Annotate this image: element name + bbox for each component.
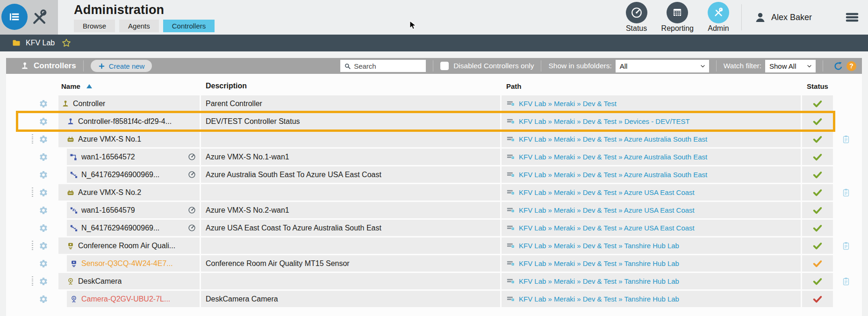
nav-admin[interactable]: Admin <box>708 2 729 33</box>
controller-name[interactable]: Conference Room Air Quali... <box>78 242 175 250</box>
search-input[interactable] <box>354 62 422 70</box>
controller-name[interactable]: Controller-f8581f4c-df29-4... <box>78 117 172 126</box>
path-link[interactable]: KFV Lab » Meraki » Dev & Test » Azure Au… <box>519 135 707 143</box>
tab-browse[interactable]: Browse <box>74 20 115 32</box>
page-title: Administration <box>74 3 215 17</box>
path-icon <box>506 277 515 286</box>
app-logo[interactable] <box>1 4 28 30</box>
nav-reporting[interactable]: Reporting <box>661 2 694 33</box>
column-header-status[interactable]: Status <box>807 82 828 90</box>
gear-icon[interactable] <box>39 170 48 180</box>
path-link[interactable]: KFV Lab » Meraki » Dev & Test » Tanshire… <box>519 277 679 285</box>
status-check-icon <box>812 223 823 233</box>
gear-icon[interactable] <box>39 117 48 126</box>
disabled-only-label: Disabled Controllers only <box>453 62 534 70</box>
breadcrumb-label[interactable]: KFV Lab <box>26 39 55 47</box>
controller-name[interactable]: Controller <box>73 100 105 108</box>
controller-name[interactable]: wan1-16564572 <box>81 153 135 161</box>
column-header-path[interactable]: Path <box>506 82 522 90</box>
drag-handle[interactable] <box>32 241 33 251</box>
path-link[interactable]: KFV Lab » Meraki » Dev & Test » Azure Au… <box>519 171 707 179</box>
clipboard-icon[interactable] <box>841 277 851 286</box>
path-link[interactable]: KFV Lab » Meraki » Dev & Test » Azure US… <box>519 224 695 232</box>
path-link[interactable]: KFV Lab » Meraki » Dev & Test » Azure US… <box>519 188 695 196</box>
gear-icon[interactable] <box>39 259 48 268</box>
joystick-icon <box>20 61 29 71</box>
gear-icon[interactable] <box>39 99 48 108</box>
drag-handle[interactable] <box>32 276 33 287</box>
tab-controllers[interactable]: Controllers <box>163 20 215 32</box>
gear-icon[interactable] <box>39 135 48 144</box>
user-menu[interactable]: Alex Baker <box>754 11 812 24</box>
gear-icon[interactable] <box>39 188 48 197</box>
path-link[interactable]: KFV Lab » Meraki » Dev & Test » Azure US… <box>519 206 695 214</box>
path-icon <box>506 152 515 161</box>
watch-filter-select[interactable]: Show All <box>765 60 816 72</box>
gauge-icon <box>631 7 643 19</box>
toolbar-divider <box>83 60 84 72</box>
section-tabs: BrowseAgentsControllers <box>74 20 215 32</box>
path-link[interactable]: KFV Lab » Meraki » Dev & Test <box>519 100 617 108</box>
controller-name[interactable]: Azure VMX-S No.1 <box>78 135 141 144</box>
path-icon <box>506 294 515 303</box>
controller-description: Azure VMX-S No.1-wan1 <box>206 153 289 161</box>
robot-icon <box>66 135 75 144</box>
drag-handle[interactable] <box>32 187 33 198</box>
controller-name[interactable]: N_641762946900969... <box>81 224 159 232</box>
help-button[interactable]: ? <box>846 61 856 71</box>
clipboard-icon[interactable] <box>841 188 851 197</box>
disabled-only-checkbox[interactable] <box>440 62 449 70</box>
tab-agents[interactable]: Agents <box>119 20 159 32</box>
refresh-button[interactable] <box>833 61 844 72</box>
sensor-icon <box>70 259 78 268</box>
controller-name[interactable]: Azure VMX-S No.2 <box>78 188 141 197</box>
watch-filter-label: Watch filter: <box>724 62 761 70</box>
path-icon <box>506 223 515 232</box>
search-box[interactable] <box>340 60 426 72</box>
gear-icon[interactable] <box>39 277 48 286</box>
controller-description: Azure VMX-S No.2-wan1 <box>206 206 289 215</box>
clipboard-icon[interactable] <box>841 241 851 251</box>
table-row: Camera-Q2GV-UBU2-7L...DeskCamera CameraK… <box>18 291 862 307</box>
column-header-description[interactable]: Description <box>206 82 247 90</box>
controller-name[interactable]: N_641762946900969... <box>81 171 159 179</box>
favorite-star-icon[interactable] <box>61 38 72 48</box>
path-icon <box>506 188 515 197</box>
camera-icon <box>70 295 78 303</box>
status-check-icon <box>812 152 823 162</box>
path-link[interactable]: KFV Lab » Meraki » Dev & Test » Devices … <box>519 117 690 125</box>
nav-label: Admin <box>708 24 729 33</box>
controller-name[interactable]: Sensor-Q3CQ-4W24-4E7... <box>81 259 173 268</box>
column-header-name[interactable]: Name <box>61 82 80 90</box>
status-check-icon <box>812 294 823 304</box>
status-check-icon <box>812 241 823 251</box>
section-label: Controllers <box>34 61 76 71</box>
controller-name[interactable]: DeskCamera <box>78 277 122 286</box>
gear-icon[interactable] <box>39 223 48 233</box>
path-link[interactable]: KFV Lab » Meraki » Dev & Test » Tanshire… <box>519 242 679 250</box>
path-link[interactable]: KFV Lab » Meraki » Dev & Test » Tanshire… <box>519 259 679 267</box>
gear-icon[interactable] <box>39 152 48 162</box>
toolbar-divider <box>433 60 433 72</box>
create-new-button[interactable]: Create new <box>91 60 152 72</box>
path-link[interactable]: KFV Lab » Meraki » Dev & Test » Tanshire… <box>519 295 679 303</box>
controller-name[interactable]: Camera-Q2GV-UBU2-7L... <box>81 295 170 303</box>
gear-icon[interactable] <box>39 206 48 215</box>
nav-status[interactable]: Status <box>626 2 647 33</box>
status-check-icon <box>812 134 823 144</box>
gear-icon[interactable] <box>39 294 48 304</box>
joystick-icon <box>61 100 70 108</box>
sort-ascending-icon[interactable] <box>86 84 92 88</box>
controller-description: DEV/TEST Controller Status <box>206 117 300 126</box>
path-link[interactable]: KFV Lab » Meraki » Dev & Test » Azure Au… <box>519 153 707 161</box>
clipboard-icon[interactable] <box>841 135 851 144</box>
gauge-icon <box>188 206 196 214</box>
drag-handle[interactable] <box>32 134 33 144</box>
subfolders-select[interactable]: All <box>616 60 709 72</box>
gauge-icon <box>188 153 196 161</box>
toolbar-divider <box>541 60 541 72</box>
menu-icon[interactable] <box>845 10 860 25</box>
gear-icon[interactable] <box>39 241 48 251</box>
controller-name[interactable]: wan1-16564579 <box>81 206 135 215</box>
sensor-icon <box>66 242 75 250</box>
